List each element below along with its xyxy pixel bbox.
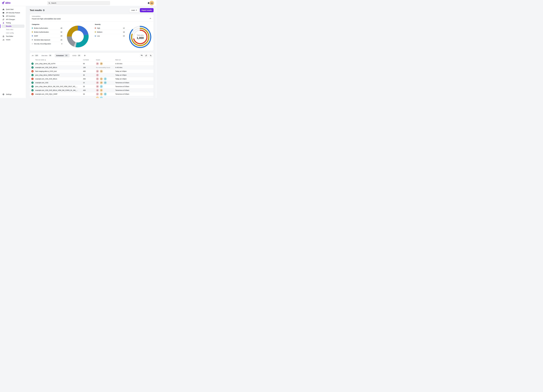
categories-title: Categories (32, 23, 64, 25)
severity-panel: Severity High12Medium18Low24 (95, 23, 131, 38)
bank-icon (2, 35, 5, 37)
issue-count-badge-orange: 16 (100, 70, 103, 73)
tab-label: One time (41, 55, 47, 56)
num-tests: 100 (83, 67, 85, 68)
test-run-name: example.com_XSS_SQLI_SSRF (35, 93, 57, 95)
avatar[interactable]: XA (149, 1, 154, 5)
table-row[interactable]: juice_shop_demo_SMNvYYpJSXh23022Today at… (30, 73, 153, 77)
success-status-icon (31, 82, 34, 84)
severity-dot-icon (95, 35, 96, 36)
bars-icon (2, 39, 5, 41)
success-status-icon (31, 66, 34, 68)
person-icon (2, 22, 5, 24)
column-issues: Issues (96, 59, 100, 61)
issue-count-badge-pink: 18 (96, 85, 99, 88)
sidebar-item-api-security-posture[interactable]: API Security Posture (1, 11, 24, 14)
learn-button[interactable]: Learn (129, 8, 139, 12)
refresh-icon (145, 55, 147, 57)
category-dot-icon (32, 39, 33, 40)
issues-cell: 182 (96, 85, 103, 88)
sidebar-item-label: Settings (6, 93, 11, 95)
chevron-up-icon (149, 17, 151, 19)
scrollbar[interactable] (156, 6, 156, 98)
home-icon (2, 8, 5, 11)
table-header: Test run name # of tests Issues Next run (30, 58, 153, 62)
column-label: Test run name (35, 59, 44, 61)
tab-count-badge: 120 (34, 55, 39, 57)
avatar-initials: XA (151, 2, 153, 4)
top-bar: akto XA (0, 0, 156, 6)
export-button-label: Export results (141, 9, 152, 11)
table-row[interactable]: example.com_XSS_SVD_BOLA49321122Today at… (30, 77, 153, 81)
success-status-icon (31, 85, 34, 88)
severity-label: Low (97, 35, 100, 37)
global-search (47, 1, 110, 5)
sidebar-item-quick-start[interactable]: Quick Start (1, 8, 24, 11)
issues-cell: 21122 (96, 77, 107, 80)
divider (30, 21, 153, 22)
next-run: In 35 mins (115, 63, 122, 65)
sidebar-item-results[interactable]: Results (1, 25, 24, 28)
issue-count-badge-pink: 20 (96, 81, 99, 84)
next-run: Tomorrow at 5:00am (115, 86, 129, 87)
table-row[interactable]: juice_shop_demo_BOLA_SM_XSS_SVD_VEM_CRLF… (30, 85, 153, 88)
next-run: Today at 4:30pm (115, 78, 127, 80)
tabs-bar: All120One time76Scheduled24CI/CD20 (30, 53, 153, 58)
no-vulnerability-text: No vulnerability found (96, 67, 110, 68)
fail-status-icon (31, 78, 34, 80)
search-input[interactable] (51, 2, 109, 4)
category-row: Sensitive data exposure24 (32, 38, 64, 42)
table-row[interactable]: example.com_XSS_SQLI_SSRF341268Tomorrow … (30, 92, 153, 96)
category-label: Security misconfiguration (34, 43, 51, 45)
sidebar-item-tests-roles[interactable]: Tests roles (1, 28, 24, 31)
page-title: Test results (30, 9, 42, 11)
sidebar-item-test-editor[interactable]: Test Editor (1, 35, 24, 38)
column-test-run-name[interactable]: Test run name (35, 59, 46, 61)
table-row-partial[interactable] (30, 96, 153, 98)
export-results-button[interactable]: Export results (140, 8, 153, 12)
sidebar-item-label: API Changes (6, 19, 15, 20)
sidebar-item-api-changes[interactable]: API Changes (1, 18, 24, 21)
table-row[interactable]: example.com_XSS22201012Tomorrow at 5:00a… (30, 81, 153, 85)
category-label: Broken Authentication (34, 31, 49, 33)
severity-dot-icon (95, 32, 96, 33)
tab-ci-cd[interactable]: CI/CD20 (73, 54, 81, 57)
table-row[interactable]: example.com_XSS_SVD_BOLA100No vulnerabil… (30, 66, 153, 69)
sort-icon (150, 55, 152, 57)
sidebar-item-label: Quick Start (6, 8, 13, 10)
next-run: Tomorrow at 5:00am (115, 93, 129, 95)
tab-all[interactable]: All120 (32, 54, 39, 57)
issue-count-badge-orange: 10 (100, 81, 103, 84)
test-run-name: example.com_XSS_SVD_BOLA (35, 78, 57, 80)
tab-one-time[interactable]: One time76 (41, 54, 52, 57)
sort-button[interactable] (149, 54, 153, 57)
sidebar-item-label: Testing (6, 22, 11, 24)
num-tests: 30 (83, 74, 85, 76)
next-run: Today at 4:00pm (115, 74, 127, 76)
tab-scheduled[interactable]: Scheduled24 (55, 54, 70, 57)
search-filter-button[interactable] (140, 54, 143, 57)
collapse-card-button[interactable] (149, 17, 151, 19)
refresh-button[interactable] (144, 54, 148, 57)
severity-title: Severity (95, 23, 131, 25)
category-row: Broken Authorization40 (32, 26, 64, 30)
test-run-name: juice_shop_demo_NO_AUTH (35, 63, 55, 65)
num-tests: 50 (83, 63, 85, 65)
sidebar-item-user-config[interactable]: User config (1, 31, 24, 34)
issues-cell: No vulnerability found (96, 67, 110, 68)
search-icon (48, 2, 50, 4)
test-run-name: flash.staging.akto.io_CICD_test (35, 70, 57, 72)
add-tab-button[interactable] (84, 54, 86, 57)
issue-count-badge-orange: 8 (100, 89, 103, 92)
table-row[interactable]: juice_shop_demo_NO_AUTH502416In 35 mins (30, 62, 153, 66)
table-row[interactable]: example.com_XSS_SVD_BOLA_VEM_SM_CORS_RL_… (30, 88, 153, 92)
sidebar-item-testing[interactable]: Testing (1, 21, 24, 24)
sidebar-item-api-inventory[interactable]: API Inventory (1, 14, 24, 18)
akto-logo[interactable]: akto (2, 1, 11, 4)
sidebar-item-settings[interactable]: Settings (1, 93, 24, 96)
info-icon[interactable]: i (43, 9, 45, 11)
table-row[interactable]: flash.staging.akto.io_CICD_test4002416To… (30, 69, 153, 73)
sidebar-item-issues[interactable]: Issues (1, 38, 24, 41)
category-row: SSRF28 (32, 34, 64, 38)
issue-count-badge-pink: 22 (96, 74, 99, 76)
